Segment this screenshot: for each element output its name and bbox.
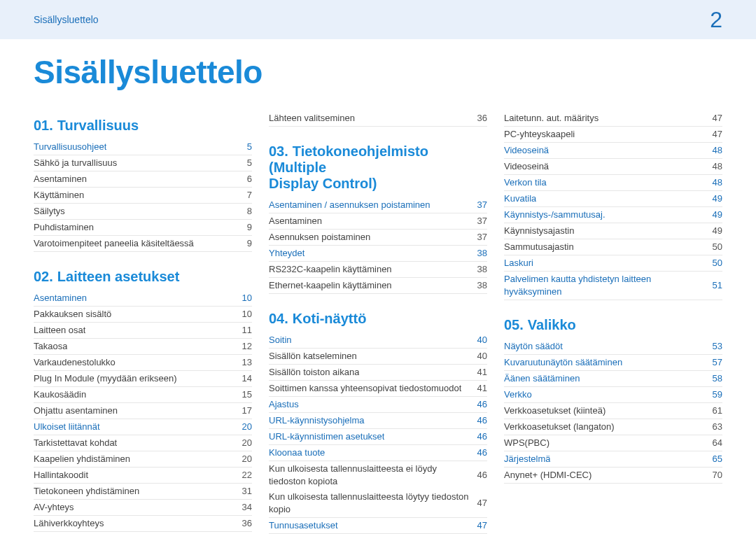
toc-row[interactable]: Käynnistysajastin49 [504,223,722,239]
toc-row[interactable]: Asentaminen10 [34,290,252,307]
toc-row[interactable]: AV-yhteys34 [34,500,252,516]
toc-row-page: 20 [237,421,252,433]
toc-row[interactable]: Varkaudenestolukko13 [34,355,252,371]
toc-row-page: 11 [237,324,252,337]
toc-row[interactable]: Palvelimen kautta yhdistetyn laitteen hy… [504,272,722,300]
section-head-02: 02.Laitteen asetukset [34,269,252,285]
toc-row-page: 22 [237,469,252,482]
section-title: Turvallisuus [57,118,139,133]
toc-row-page: 13 [237,356,252,369]
toc-row[interactable]: Kuvaruutunäytön säätäminen57 [504,355,722,371]
toc-row[interactable]: Kaapelien yhdistäminen20 [34,451,252,468]
toc-row-label: Sähkö ja turvallisuus [34,157,117,169]
toc-row[interactable]: Sisällön toiston aikana41 [269,365,487,381]
toc-row[interactable]: Yhteydet38 [269,246,487,262]
toc-row-label: Kun ulkoisesta tallennuslaitteesta ei lö… [269,463,472,488]
toc-row[interactable]: Ulkoiset liitännät20 [34,419,252,435]
toc-row[interactable]: Säilytys8 [34,204,252,220]
toc-row[interactable]: Anynet+ (HDMI-CEC)70 [504,468,722,484]
toc-row[interactable]: Kaukosäädin15 [34,387,252,403]
toc-row-page: 17 [237,405,252,417]
section-title: Valikko [528,317,576,332]
toc-row-page: 9 [241,237,252,250]
toc-row-page: 65 [707,453,722,465]
toc-row[interactable]: Tietokoneen yhdistäminen31 [34,484,252,500]
toc-row[interactable]: Turvallisuusohjeet5 [34,139,252,155]
toc-row[interactable]: Kun ulkoisesta tallennuslaitteesta ei lö… [269,461,487,489]
toc-row[interactable]: Ohjattu asentaminen17 [34,403,252,419]
toc-row-label: Pakkauksen sisältö [34,308,111,321]
toc-row[interactable]: Soittimen kanssa yhteensopivat tiedostom… [269,381,487,397]
toc-row-label: Ajastus [269,398,299,411]
toc-row[interactable]: Laskuri50 [504,255,722,272]
toc-row[interactable]: Tunnusasetukset47 [269,518,487,534]
toc-row[interactable]: Asentaminen / asennuksen poistaminen37 [269,197,487,213]
toc-row[interactable]: Käyttäminen7 [34,188,252,204]
toc-row[interactable]: Kloonaa tuote46 [269,445,487,461]
toc-row-page: 20 [237,453,252,465]
section-head-03: 03.Tietokoneohjelmisto (Multiple Display… [269,143,487,192]
toc-row-label: URL-käynnistysohjelma [269,414,365,427]
toc-row-label: Puhdistaminen [34,221,94,234]
toc-row-label: Kaukosäädin [34,388,86,401]
toc-row[interactable]: Soitin40 [269,332,487,349]
toc-row[interactable]: Laitteen osat11 [34,323,252,339]
toc-row-page: 48 [707,144,722,157]
toc-row[interactable]: WPS(PBC)64 [504,435,722,451]
toc-row[interactable]: Sisällön katseleminen40 [269,349,487,365]
toc-row-label: Laitteen osat [34,324,85,337]
toc-row-label: Ohjattu asentaminen [34,405,118,417]
toc-row[interactable]: Kun ulkoisesta tallennuslaitteesta löyty… [269,489,487,518]
col2-leadrow: Lähteen valitseminen36 [269,111,487,127]
toc-row[interactable]: Verkkoasetukset (kiinteä)61 [504,403,722,419]
toc-row[interactable]: RS232C-kaapelin käyttäminen38 [269,262,487,278]
toc-row[interactable]: Sähkö ja turvallisuus5 [34,155,252,171]
toc-row[interactable]: Varotoimenpiteet paneelia käsiteltäessä9 [34,236,252,252]
toc-row[interactable]: Lähiverkkoyhteys36 [34,516,252,532]
toc-row[interactable]: URL-käynnistysohjelma46 [269,413,487,429]
toc-row[interactable]: Tarkistettavat kohdat20 [34,435,252,451]
toc-row[interactable]: Sammutusajastin50 [504,239,722,255]
toc-row-label: Käyttäminen [34,189,84,202]
toc-row[interactable]: Laitetunn. aut. määritys47 [504,111,722,127]
toc-row[interactable]: Verkkoasetukset (langaton)63 [504,419,722,435]
toc-row[interactable]: Videoseinä48 [504,159,722,175]
toc-row[interactable]: URL-käynnistimen asetukset46 [269,429,487,445]
toc-row[interactable]: Äänen säätäminen58 [504,371,722,387]
toc-row-page: 38 [472,247,487,260]
toc-row[interactable]: Järjestelmä65 [504,451,722,468]
toc-row[interactable]: PC-yhteyskaapeli47 [504,127,722,143]
toc-row[interactable]: Näytön säädöt53 [504,339,722,355]
toc-row-label: Kuvatila [504,192,536,205]
toc-row-page: 47 [472,497,487,510]
toc-row[interactable]: Ethernet-kaapelin käyttäminen38 [269,278,487,294]
toc-row[interactable]: Puhdistaminen9 [34,220,252,236]
section-num: 05. [504,317,524,332]
toc-row-page: 15 [237,388,252,401]
toc-row[interactable]: Hallintakoodit22 [34,468,252,484]
toc-row-label: Lähiverkkoyhteys [34,517,104,530]
toc-row-page: 61 [707,405,722,417]
toc-row[interactable]: Videoseinä48 [504,143,722,159]
toc-row-page: 38 [472,263,487,276]
section-03-list: Asentaminen / asennuksen poistaminen37As… [269,197,487,294]
toc-row[interactable]: Asennuksen poistaminen37 [269,230,487,246]
toc-row[interactable]: Plug In Module (myydään erikseen)14 [34,371,252,387]
toc-column-2: Lähteen valitseminen36 03.Tietokoneohjel… [269,111,487,534]
toc-row-page: 10 [237,292,252,304]
toc-row-label: Kuvaruutunäytön säätäminen [504,356,622,369]
toc-row[interactable]: Asentaminen37 [269,213,487,230]
toc-row-page: 47 [472,519,487,532]
section-05-list: Näytön säädöt53Kuvaruutunäytön säätämine… [504,339,722,484]
toc-row[interactable]: Verkko59 [504,387,722,403]
toc-row[interactable]: Pakkauksen sisältö10 [34,307,252,323]
toc-row[interactable]: Käynnistys-/sammutusaj.49 [504,207,722,223]
toc-row[interactable]: Asentaminen6 [34,171,252,188]
toc-row[interactable]: Takaosa12 [34,339,252,355]
toc-row[interactable]: Lähteen valitseminen36 [269,111,487,127]
toc-row[interactable]: Kuvatila49 [504,191,722,207]
toc-row[interactable]: Ajastus46 [269,397,487,413]
toc-row-page: 46 [472,414,487,427]
toc-row[interactable]: Verkon tila48 [504,175,722,191]
toc-row-label: Asentaminen [34,292,87,304]
